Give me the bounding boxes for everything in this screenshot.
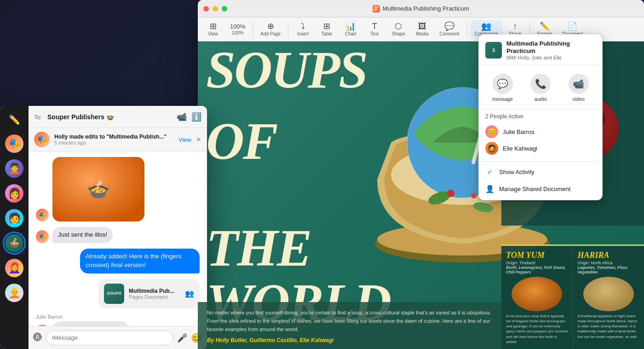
table-icon: ⊞ <box>323 22 330 30</box>
tom-yum-desc: A hot-and-sour soup that is typically fu… <box>506 314 568 344</box>
pages-titlebar: Multimedia Publishing Practicum <box>198 0 644 17</box>
sidebar-avatar-4[interactable]: 🧑 <box>5 209 23 227</box>
messages-topbar: To: Souper Publishers 🍲 📹 ℹ️ <box>29 106 207 128</box>
message-icon: 💬 <box>493 74 513 94</box>
video-call-button[interactable]: 📹 <box>177 112 187 122</box>
popover-doc-subtitle: With Holly, Julie and Elie <box>506 55 596 60</box>
author-line: By Holly Butler, Guillermo Castillo, Eli… <box>207 337 492 343</box>
attachment-icon: SOUPS <box>104 284 124 304</box>
sidebar-avatar-3[interactable]: 👩 <box>5 184 23 203</box>
person-row-elie: 🧔 Elie Kahwagi <box>485 140 596 157</box>
popover-doc-title: Multimedia Publishing Practicum <box>506 40 596 54</box>
table-label: Table <box>321 31 332 36</box>
media-icon: 🖼 <box>418 22 426 30</box>
collaborate-popover: S Multimedia Publishing Practicum With H… <box>478 34 603 200</box>
julie-name: Julie Barros <box>503 128 535 135</box>
chart-label: Chart <box>345 31 356 36</box>
harira-title: HARIRA <box>578 250 640 260</box>
attachment-info: Multimedia Pub... Pages Document <box>129 288 180 300</box>
comment-label: Comment <box>439 31 459 36</box>
checkmark-icon: ✓ <box>485 168 494 175</box>
app-store-button[interactable]: 🅐 <box>33 332 42 343</box>
elie-name: Elie Kahwagi <box>503 145 537 152</box>
attachment-name: Multimedia Pub... <box>129 288 180 294</box>
video-icon: 📹 <box>569 74 589 94</box>
message-3-self: Already added! Here is the (fingers cros… <box>36 249 200 273</box>
manage-shared-item[interactable]: 👤 Manage Shared Document <box>479 180 602 198</box>
notification-avatar: 🎭 <box>34 132 50 147</box>
window-title-text: Multimedia Publishing Practicum <box>383 5 469 12</box>
svg-point-14 <box>447 190 454 197</box>
title-the: THE <box>206 224 310 272</box>
notification-close-button[interactable]: ✕ <box>196 136 201 143</box>
window-title: Multimedia Publishing Practicum <box>373 5 469 12</box>
maximize-button[interactable] <box>222 6 227 12</box>
voice-input-button[interactable]: 🎤 <box>177 333 187 343</box>
add-page-label: Add Page <box>260 31 281 36</box>
attachment-type: Pages Document <box>129 294 180 300</box>
action-message-button[interactable]: 💬 message <box>487 72 518 104</box>
message-input[interactable] <box>46 331 173 345</box>
julie-avatar: 😊 <box>485 125 498 138</box>
person-row-julie: 😊 Julie Barros <box>485 123 596 140</box>
new-message-button[interactable]: ✏️ <box>6 111 23 128</box>
toolbar-table[interactable]: ⊞ Table <box>315 20 338 38</box>
sidebar-avatar-2[interactable]: 🧑‍🦱 <box>5 159 23 178</box>
add-page-icon: ⊕ <box>267 22 274 30</box>
tom-yum-origin: Origin: Thailand <box>506 261 568 265</box>
main-body-text: No matter where you find yourself dining… <box>207 308 492 333</box>
toolbar-chart[interactable]: 📊 Chart <box>339 20 362 38</box>
sidebar-avatar-1[interactable]: 🎭 <box>5 134 23 153</box>
messages-input-area: 🅐 🎤 😊 <box>29 326 207 349</box>
message-1-image: 🎭 🍲 <box>36 157 200 221</box>
toolbar-view[interactable]: ⊞ View <box>201 20 224 38</box>
minimize-button[interactable] <box>213 6 218 12</box>
toolbar-zoom[interactable]: 100% 100% <box>225 22 250 37</box>
bubble-just-sent: Just sent the illos! <box>52 227 113 243</box>
action-video-button[interactable]: 📹 video <box>563 72 594 104</box>
audio-icon: 📞 <box>530 74 551 94</box>
toolbar-comment[interactable]: 💬 Comment <box>435 20 464 38</box>
share-icon: ↑ <box>513 22 517 30</box>
soup-image: 🍲 <box>52 157 144 221</box>
toolbar-add-page[interactable]: ⊕ Add Page <box>256 20 285 38</box>
svg-rect-3 <box>374 9 378 9</box>
show-activity-item[interactable]: ✓ Show Activity <box>479 163 602 180</box>
toolbar-shape[interactable]: ⬡ Shape <box>387 20 410 38</box>
popover-header: S Multimedia Publishing Practicum With H… <box>479 35 602 65</box>
svg-rect-0 <box>373 5 380 12</box>
chat-name: To: Souper Publishers 🍲 <box>34 113 173 121</box>
to-label: To: <box>34 114 42 121</box>
julie-message-row: 😊 Love the drawings, Elie! <box>36 321 129 326</box>
image-bubble: 🍲 <box>52 157 144 221</box>
sender-avatar-1: 🎭 <box>36 209 49 221</box>
action-audio-button[interactable]: 📞 audio <box>525 72 556 104</box>
notification-view-button[interactable]: View <box>178 136 191 143</box>
pages-app-icon <box>373 5 380 12</box>
manage-icon: 👤 <box>485 185 494 193</box>
tom-yum-bowl-image <box>512 277 562 311</box>
show-activity-label: Show Activity <box>499 169 535 175</box>
info-button[interactable]: ℹ️ <box>191 112 201 122</box>
people-active-label: 2 People Active <box>485 113 596 120</box>
main-text-area: No matter where you find yourself dining… <box>198 302 501 349</box>
sidebar-avatar-7[interactable]: 🧑‍🦲 <box>5 284 23 302</box>
toolbar-media[interactable]: 🖼 Media <box>411 20 434 38</box>
shape-icon: ⬡ <box>395 22 402 30</box>
messages-main: To: Souper Publishers 🍲 📹 ℹ️ 🎭 Holly mad… <box>29 106 207 349</box>
toolbar-text[interactable]: T Text <box>363 20 386 38</box>
zoom-icon: 100% <box>230 23 245 29</box>
svg-point-15 <box>471 193 477 198</box>
toolbar-divider-3 <box>467 22 467 37</box>
message-5-julie: Julie Barros 😊 Love the drawings, Elie! <box>36 314 200 326</box>
harira-ingredients: Legumes, Tomatoes, Flour, Vegetables <box>578 265 640 274</box>
zoom-label: 100% <box>232 30 244 35</box>
close-button[interactable] <box>203 6 209 12</box>
sidebar-avatar-souper-publishers[interactable]: 🍲 <box>5 234 23 252</box>
toolbar-insert[interactable]: ⤵ Insert <box>291 20 314 38</box>
notification-title: Holly made edits to "Multimedia Publish.… <box>54 134 174 140</box>
document-attachment[interactable]: SOUPS Multimedia Pub... Pages Document 👥 <box>98 279 200 308</box>
sidebar-avatar-6[interactable]: 👩‍🦰 <box>5 259 23 277</box>
toolbar-divider-2 <box>288 22 288 37</box>
messages-area: 🎭 🍲 🎭 Just sent the illos! Already added… <box>29 151 207 326</box>
